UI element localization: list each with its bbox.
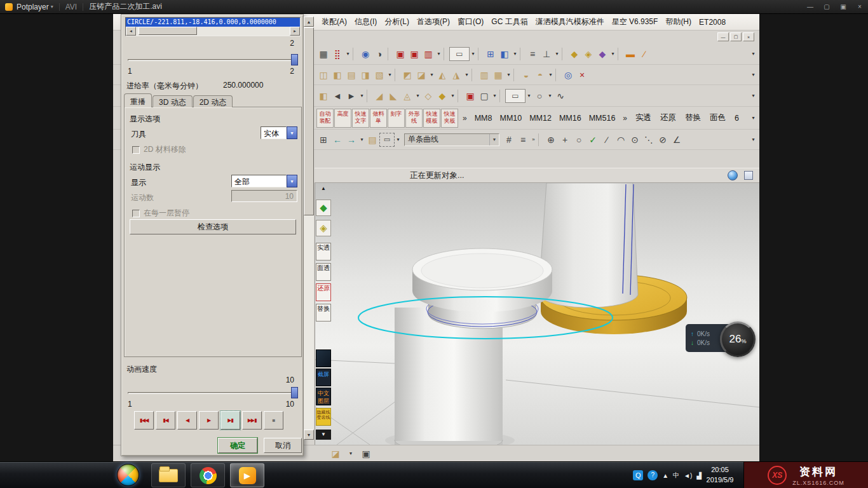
toolbar-icon[interactable]: ≡	[526, 47, 539, 61]
toolbar-icon[interactable]: +	[558, 133, 572, 147]
curve-type-dropdown[interactable]: 单条曲线 ▼	[404, 133, 499, 146]
toolbar-icon[interactable]: ▾	[750, 89, 757, 103]
toolbar-icon[interactable]: ▣	[393, 47, 407, 61]
pause-layer-checkbox[interactable]	[132, 210, 140, 217]
step-forward-button[interactable]: ▶▮	[220, 411, 240, 430]
toolbar-icon[interactable]: ▾	[358, 133, 365, 147]
taskbar-clock[interactable]: 20:05 2019/5/9	[702, 465, 738, 485]
speed-slider-thumb[interactable]	[291, 387, 298, 398]
go-first-button[interactable]: ▮◀◀	[134, 411, 154, 430]
tab-2d-dynamic[interactable]: 2D 动态	[193, 95, 233, 107]
toolbar-icon[interactable]: ∿	[553, 89, 567, 103]
viewport-3d[interactable]: ▲◆◈实透面透还原替换截屏中文图层隐藏线变齿线▼ ↑ 0K/s ↓ 0K/s 2…	[315, 183, 759, 445]
toolbar-icon[interactable]: ▾	[414, 89, 421, 103]
toolbar-icon[interactable]: ∠	[670, 133, 684, 147]
pp-minimize-button[interactable]: —	[802, 0, 818, 14]
menu-item[interactable]: ET2008	[695, 18, 729, 27]
toolbar-icon[interactable]: ⊞	[316, 133, 330, 147]
toolbar-icon[interactable]: ◪	[414, 68, 428, 82]
toolbar-icon[interactable]: ◪	[328, 447, 343, 461]
toolbar-icon[interactable]: ▥	[421, 47, 435, 61]
jie-ping-button[interactable]: 截屏	[316, 369, 331, 386]
toolbar-icon[interactable]: ◫	[316, 68, 330, 82]
material-removal-checkbox[interactable]	[132, 146, 140, 154]
explorer-taskbar-button[interactable]	[151, 463, 186, 487]
toolbar-icon[interactable]: ▾	[750, 133, 757, 147]
toolbar-icon[interactable]: ◄	[330, 89, 344, 103]
toolbar-icon[interactable]	[367, 90, 371, 102]
toolbar-icon[interactable]: ▣	[463, 89, 477, 103]
toolbar-icon[interactable]: ⊕	[544, 133, 558, 147]
pp-fullscreen-button[interactable]: ▣	[835, 0, 851, 14]
layer-diamond-icon[interactable]: ◈	[316, 220, 331, 236]
view-mode-button[interactable]: 还原	[660, 112, 676, 123]
toolbar-icon[interactable]: ◣	[386, 89, 400, 103]
toolbar-icon[interactable]: ◑	[372, 47, 386, 61]
toolbar-icon[interactable]: ▣	[407, 47, 421, 61]
potplayer-menu[interactable]: Potplayer	[17, 3, 49, 11]
toolbar-icon[interactable]: ◧	[330, 68, 344, 82]
toolbar-icon[interactable]: ▾	[750, 47, 757, 61]
quick-tool-button[interactable]: 自动装配	[316, 109, 334, 128]
toolbar-icon[interactable]	[562, 48, 566, 60]
view-mode-button[interactable]: 6	[735, 114, 739, 123]
toolbar-icon[interactable]: ▥	[477, 68, 491, 82]
toolbar-icon[interactable]: →	[344, 133, 358, 147]
menu-item[interactable]: 潇洒模具汽模标准件	[532, 17, 608, 27]
toolbar-icon[interactable]: ∕	[600, 133, 614, 147]
pp-close-button[interactable]: ×	[851, 0, 868, 14]
ti-huan-button[interactable]: 替换	[316, 304, 331, 322]
menu-item[interactable]: GC 工具箱	[487, 17, 531, 27]
toolbar-icon[interactable]: ▾	[343, 447, 358, 461]
green-diamond-icon[interactable]: ◆	[316, 200, 331, 216]
toolbar-icon[interactable]: ▭	[379, 133, 395, 147]
toolbar-icon[interactable]: ▭	[505, 89, 526, 103]
viewport-scroll-up-icon[interactable]: ▲	[316, 184, 331, 193]
globe-icon[interactable]	[728, 170, 738, 180]
toolbar-icon[interactable]: ○	[572, 133, 586, 147]
toolbar-icon[interactable]: ▾	[546, 89, 553, 103]
help-icon[interactable]: ?	[648, 470, 658, 480]
gcode-hscrollbar[interactable]: ◄ ►	[126, 27, 300, 36]
chevron-down-icon[interactable]: ▾	[750, 111, 757, 125]
toolbar-icon[interactable]: ◢	[372, 89, 386, 103]
toolbar-icon[interactable]: ←	[330, 133, 344, 147]
play-backward-button[interactable]: ◀	[177, 411, 197, 430]
scroll-track[interactable]	[136, 27, 290, 36]
menu-item[interactable]: 星空 V6.935F	[608, 17, 662, 27]
check-options-button[interactable]: 检查选项	[130, 219, 296, 234]
qq-icon[interactable]: Q	[633, 470, 643, 480]
input-method-icon[interactable]: 中	[673, 471, 679, 480]
toolbar-icon[interactable]	[388, 48, 392, 60]
panel-toggle-icon[interactable]	[744, 171, 753, 180]
quick-tool-button[interactable]: 刻字	[388, 109, 405, 128]
toolbar-icon[interactable]: ◉	[358, 47, 372, 61]
mm-preset-button[interactable]: MM516	[589, 114, 616, 123]
dropdown-arrow-icon[interactable]: ▼	[287, 175, 297, 187]
toolbar-icon[interactable]: ⊙	[628, 133, 642, 147]
toolbar-icon[interactable]: ◮	[449, 68, 463, 82]
quick-tool-button[interactable]: 高度	[334, 109, 351, 128]
toolbar-icon[interactable]: ∕	[637, 47, 651, 61]
toolbar-icon[interactable]: ⋱	[642, 133, 656, 147]
mm-preset-button[interactable]: MM16	[559, 114, 581, 123]
toolbar-icon[interactable]: ▣	[358, 447, 374, 461]
toolbar-icon[interactable]	[555, 69, 560, 81]
toolbar-icon[interactable]: ⊥	[539, 47, 553, 61]
progress-percent-badge[interactable]: 26%	[720, 322, 756, 357]
toolbar-icon[interactable]: ▾	[463, 68, 470, 82]
toolbar-icon[interactable]: ◆	[435, 89, 449, 103]
zhongwen-tuceng-button[interactable]: 中文图层	[316, 388, 331, 405]
toolbar-icon[interactable]: ◆	[567, 47, 581, 61]
toolbar-icon[interactable]	[513, 69, 518, 81]
toolbar-icon[interactable]: »	[530, 133, 537, 147]
toolbar-icon[interactable]: ▾	[435, 47, 442, 61]
toolbar-icon[interactable]	[444, 48, 448, 60]
quick-tool-button[interactable]: 快速文字	[352, 109, 369, 128]
scroll-left-icon[interactable]: ◄	[126, 27, 136, 36]
shi-tou-button[interactable]: 实透	[316, 243, 331, 261]
scroll-right-icon[interactable]: ►	[290, 27, 300, 36]
toolbar-icon[interactable]	[471, 69, 476, 81]
tool-dropdown[interactable]: 实体 ▼	[261, 126, 297, 139]
toolbar-icon[interactable]: ▾	[344, 47, 351, 61]
